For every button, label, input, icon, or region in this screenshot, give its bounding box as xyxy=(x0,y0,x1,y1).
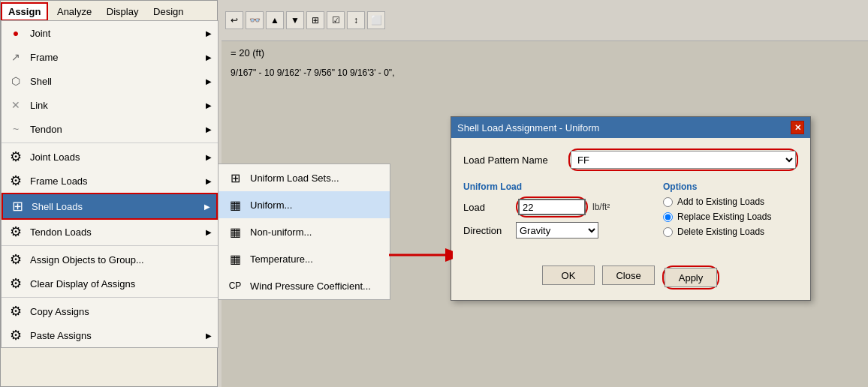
option-add-label: Add to Existing Loads xyxy=(677,196,764,207)
assign-group-label: Assign Objects to Group... xyxy=(30,254,212,266)
toolbar-btn-check[interactable]: ☑ xyxy=(327,11,345,29)
option-add[interactable]: Add to Existing Loads xyxy=(663,196,798,207)
shell-arrow: ▶ xyxy=(206,77,212,86)
options-panel: Options Add to Existing Loads Replace Ex… xyxy=(663,182,798,238)
link-icon: ✕ xyxy=(8,97,24,113)
clear-display-icon: ⚙ xyxy=(8,275,24,292)
load-circle xyxy=(516,196,588,218)
joint-icon: ● xyxy=(8,25,24,41)
shell-loads-icon: ⊞ xyxy=(9,198,26,214)
frame-loads-label: Frame Loads xyxy=(30,176,206,187)
uniform-sets-icon: ⊞ xyxy=(226,169,244,187)
coords-label: 9/167" - 10 9/162' -7 9/56" 10 9/16'3' -… xyxy=(222,64,868,81)
divider-3 xyxy=(2,297,218,298)
menu-design[interactable]: Design xyxy=(147,4,189,20)
direction-select[interactable]: Gravity X Y Z xyxy=(516,222,598,238)
clear-display-label: Clear Display of Assigns xyxy=(30,278,212,290)
dialog-title: Shell Load Assignment - Uniform xyxy=(457,122,599,134)
menu-item-shell-loads[interactable]: ⊞ Shell Loads ▶ xyxy=(2,193,218,220)
option-replace-radio[interactable] xyxy=(663,212,673,222)
apply-button[interactable]: Apply xyxy=(665,268,717,287)
shell-label: Shell xyxy=(30,76,206,87)
menu-item-copy-assigns[interactable]: ⚙ Copy Assigns xyxy=(2,299,218,323)
submenu-wind[interactable]: CP Wind Pressure Coefficient... xyxy=(219,272,390,299)
submenu-uniform[interactable]: ▦ Uniform... xyxy=(219,191,390,218)
joint-arrow: ▶ xyxy=(206,29,212,38)
ok-button[interactable]: OK xyxy=(542,266,595,285)
shell-loads-label: Shell Loads xyxy=(32,201,204,212)
option-replace[interactable]: Replace Existing Loads xyxy=(663,212,798,222)
nonuniform-icon: ▦ xyxy=(226,223,244,241)
joint-loads-label: Joint Loads xyxy=(30,152,206,163)
wind-icon: CP xyxy=(226,277,244,295)
menu-item-paste-assigns[interactable]: ⚙ Paste Assigns ▶ xyxy=(2,323,218,347)
load-value-input[interactable] xyxy=(518,199,586,215)
dialog-close-button[interactable]: ✕ xyxy=(791,121,804,134)
menu-item-joint[interactable]: ● Joint ▶ xyxy=(2,21,218,45)
close-button[interactable]: Close xyxy=(602,266,655,285)
toolbar-btn-2[interactable]: 👓 xyxy=(246,11,264,29)
toolbar-btn-copy[interactable]: ⬜ xyxy=(367,11,385,29)
option-delete-radio[interactable] xyxy=(663,227,673,237)
tendon-label: Tendon xyxy=(30,124,206,135)
wind-label: Wind Pressure Coefficient... xyxy=(250,280,382,292)
menu-item-shell[interactable]: ⬡ Shell ▶ xyxy=(2,69,218,93)
dialog-body: Load Pattern Name FF Uniform Load Load xyxy=(451,138,810,260)
menu-item-tendon[interactable]: ~ Tendon ▶ xyxy=(2,117,218,141)
paste-assigns-icon: ⚙ xyxy=(8,327,24,344)
menu-bar: Assign Analyze Display Design ● Joint ▶ … xyxy=(0,0,218,387)
option-delete[interactable]: Delete Existing Loads xyxy=(663,226,798,237)
direction-label: Direction xyxy=(463,225,516,236)
load-input-wrap: lb/ft² xyxy=(516,196,610,218)
toolbar-btn-up[interactable]: ▲ xyxy=(266,11,284,29)
menu-assign[interactable]: Assign xyxy=(1,2,48,21)
joint-loads-arrow: ▶ xyxy=(206,153,212,161)
assign-dropdown: ● Joint ▶ ↗ Frame ▶ ⬡ Shell ▶ ✕ Link ▶ ~… xyxy=(1,20,219,348)
menu-analyze[interactable]: Analyze xyxy=(51,4,98,20)
uniform-label: Uniform... xyxy=(250,200,382,211)
dimension-label: = 20 (ft) xyxy=(222,41,868,64)
paste-assigns-label: Paste Assigns xyxy=(30,330,206,341)
menu-item-clear-display[interactable]: ⚙ Clear Display of Assigns xyxy=(2,272,218,296)
menu-item-frame[interactable]: ↗ Frame ▶ xyxy=(2,45,218,69)
tendon-loads-label: Tendon Loads xyxy=(30,226,206,238)
tendon-loads-icon: ⚙ xyxy=(8,224,24,240)
toolbar-btn-down[interactable]: ▼ xyxy=(286,11,304,29)
option-delete-label: Delete Existing Loads xyxy=(677,226,764,237)
paste-assigns-arrow: ▶ xyxy=(206,332,212,340)
tendon-icon: ~ xyxy=(8,121,24,137)
load-input-row: Load lb/ft² xyxy=(463,196,648,218)
menu-item-assign-group[interactable]: ⚙ Assign Objects to Group... xyxy=(2,248,218,272)
frame-loads-arrow: ▶ xyxy=(206,177,212,185)
submenu-uniform-sets[interactable]: ⊞ Uniform Load Sets... xyxy=(219,164,390,191)
options-group: Add to Existing Loads Replace Existing L… xyxy=(663,196,798,237)
option-add-radio[interactable] xyxy=(663,197,673,207)
temperature-icon: ▦ xyxy=(226,250,244,268)
uniform-sets-label: Uniform Load Sets... xyxy=(250,172,382,184)
shell-load-dialog: Shell Load Assignment - Uniform ✕ Load P… xyxy=(451,116,811,301)
shell-icon: ⬡ xyxy=(8,73,24,89)
toolbar-btn-arrow[interactable]: ↕ xyxy=(347,11,365,29)
frame-arrow: ▶ xyxy=(206,53,212,62)
dialog-titlebar: Shell Load Assignment - Uniform ✕ xyxy=(451,117,810,138)
link-label: Link xyxy=(30,100,206,111)
submenu-temperature[interactable]: ▦ Temperature... xyxy=(219,245,390,272)
toolbar-btn-grid[interactable]: ⊞ xyxy=(306,11,324,29)
assign-group-icon: ⚙ xyxy=(8,251,24,268)
submenu-nonuniform[interactable]: ▦ Non-uniform... xyxy=(219,218,390,245)
load-pattern-select[interactable]: FF xyxy=(571,151,796,169)
joint-loads-icon: ⚙ xyxy=(8,148,24,165)
nonuniform-label: Non-uniform... xyxy=(250,226,382,238)
divider-2 xyxy=(2,245,218,246)
temperature-label: Temperature... xyxy=(250,254,382,265)
menu-item-frame-loads[interactable]: ⚙ Frame Loads ▶ xyxy=(2,169,218,193)
toolbar-btn-1[interactable]: ↩ xyxy=(225,11,243,29)
menu-item-tendon-loads[interactable]: ⚙ Tendon Loads ▶ xyxy=(2,220,218,244)
divider-1 xyxy=(2,142,218,143)
menu-display[interactable]: Display xyxy=(101,4,145,20)
uniform-icon: ▦ xyxy=(226,196,244,214)
menu-item-joint-loads[interactable]: ⚙ Joint Loads ▶ xyxy=(2,145,218,169)
load-pattern-label: Load Pattern Name xyxy=(463,154,568,166)
menu-item-link[interactable]: ✕ Link ▶ xyxy=(2,93,218,117)
joint-label: Joint xyxy=(30,28,206,39)
